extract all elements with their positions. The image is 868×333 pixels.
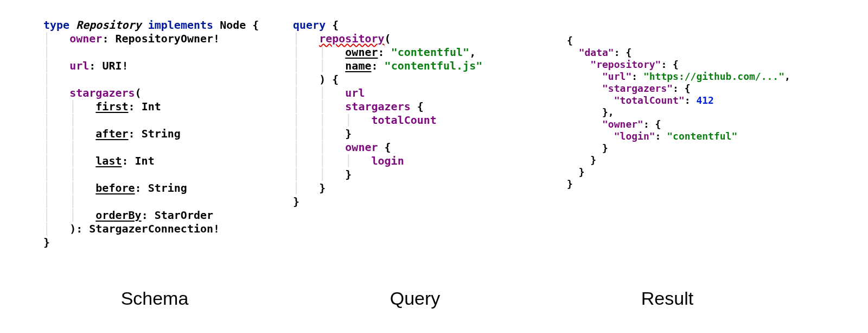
- r-login-key: "login": [614, 130, 655, 142]
- r-url-comma: ,: [784, 71, 790, 82]
- r-total-key: "totalCount": [614, 95, 685, 106]
- r-login-val: "contentful": [667, 130, 737, 142]
- r-repo-rest: : {: [661, 59, 679, 70]
- colon1: :: [378, 46, 391, 59]
- r-total-colon: :: [685, 95, 697, 106]
- label-schema: Schema: [0, 288, 288, 309]
- schema-code: type Repository implements Node { │ owne…: [43, 18, 288, 249]
- type-uri: : URI!: [89, 59, 128, 72]
- r-url-colon: :: [631, 71, 643, 82]
- r-owner-key: "owner": [602, 118, 643, 130]
- type-string2: : String: [135, 181, 187, 194]
- paren-open: (: [135, 86, 142, 99]
- close-brace-schema: }: [43, 236, 50, 249]
- close-star: }: [345, 127, 352, 140]
- field-owner: owner: [69, 32, 102, 45]
- brace-star: {: [411, 100, 424, 113]
- sel-stargazers: stargazers: [345, 100, 410, 113]
- field-url: url: [69, 59, 89, 72]
- column-labels-row: Schema Query Result: [0, 288, 868, 309]
- r-brace-open: {: [567, 35, 573, 46]
- sel-login: login: [372, 154, 404, 167]
- arg-last: last: [95, 154, 122, 167]
- comma1: ,: [469, 46, 476, 59]
- sel-totalcount: totalCount: [372, 114, 437, 127]
- close-repo-args: ) {: [319, 73, 339, 86]
- r-close-repo: }: [590, 154, 596, 166]
- r-close-data: }: [579, 166, 585, 178]
- close-stargazer: ): StargazerConnection!: [69, 222, 220, 235]
- r-login-colon: :: [655, 130, 667, 142]
- type-string1: : String: [129, 127, 181, 140]
- r-total-val: 412: [696, 95, 714, 106]
- type-repository: Repository: [76, 18, 141, 32]
- result-column: { "data": { "repository": { "url": "http…: [542, 18, 868, 249]
- field-repository-q: repository: [319, 32, 384, 45]
- type-starorder: : StarOrder: [142, 209, 213, 222]
- kw-type: type: [43, 18, 69, 32]
- label-result: Result: [542, 288, 868, 309]
- label-query: Query: [288, 288, 542, 309]
- r-owner-rest: : {: [643, 118, 661, 130]
- kw-implements: implements: [148, 18, 213, 32]
- r-close-root: }: [567, 178, 573, 190]
- schema-column: type Repository implements Node { │ owne…: [0, 18, 288, 249]
- kw-query: query: [293, 18, 326, 32]
- query-column: query { │ repository( │ │ owner: "conten…: [288, 18, 542, 249]
- sel-owner: owner: [345, 141, 378, 154]
- type-int1: : Int: [129, 100, 161, 113]
- brace-owner: {: [378, 141, 391, 154]
- r-data-key: "data": [579, 47, 614, 58]
- brace-open-q: {: [326, 18, 339, 32]
- arg-before: before: [95, 181, 135, 194]
- result-code: { "data": { "repository": { "url": "http…: [567, 35, 868, 190]
- arg-name-q: name: [345, 59, 371, 72]
- val-contentfuljs: "contentful.js": [385, 59, 483, 72]
- r-url-key: "url": [602, 71, 631, 82]
- close-repo: }: [319, 181, 326, 194]
- arg-after: after: [95, 127, 128, 140]
- paren-open-q: (: [385, 32, 391, 45]
- arg-owner-q: owner: [345, 46, 378, 59]
- r-star-key: "stargazers": [602, 83, 673, 94]
- val-contentful: "contentful": [391, 46, 470, 59]
- impl-node: Node {: [220, 18, 259, 32]
- arg-orderby: orderBy: [95, 209, 141, 222]
- code-columns: type Repository implements Node { │ owne…: [0, 0, 868, 249]
- field-stargazers: stargazers: [69, 86, 135, 99]
- close-query: }: [293, 195, 299, 208]
- colon2: :: [372, 59, 385, 72]
- r-star-rest: : {: [673, 83, 691, 94]
- type-repoowner: : RepositoryOwner!: [102, 32, 220, 45]
- r-repo-key: "repository": [590, 59, 661, 70]
- r-url-val: "https://github.com/...": [643, 71, 784, 82]
- arg-first: first: [95, 100, 128, 113]
- sel-url: url: [345, 86, 365, 99]
- r-close-star: },: [602, 106, 614, 118]
- r-data-rest: : {: [614, 47, 632, 58]
- close-owner: }: [345, 168, 352, 181]
- r-close-owner: }: [602, 142, 608, 154]
- query-code: query { │ repository( │ │ owner: "conten…: [293, 18, 542, 209]
- type-int2: : Int: [122, 154, 155, 167]
